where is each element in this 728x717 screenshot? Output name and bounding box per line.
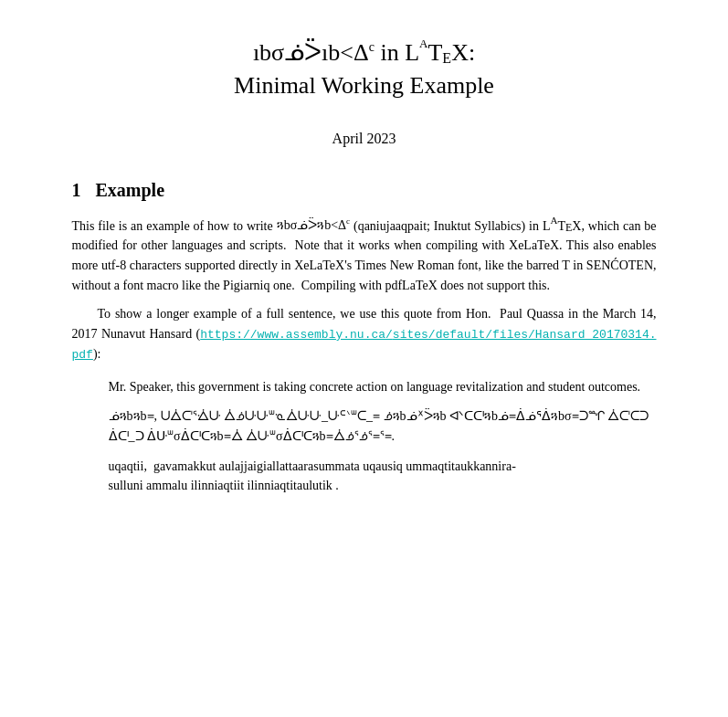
page: ıbσᓅᐵıb<Δc in LATEX: Minimal Working Exa…: [54, 0, 675, 717]
blockquote: Mr. Speaker, this government is taking c…: [109, 377, 657, 496]
title-main: Minimal Working Example: [72, 69, 657, 102]
section-heading: 1 Example: [72, 180, 657, 201]
date-block: April 2023: [72, 131, 657, 147]
hansard-link[interactable]: https://www.assembly.nu.ca/sites/default…: [72, 328, 657, 362]
blockquote-roman: uqaqtii, gavamakkut aulajjaigiallattaara…: [109, 457, 657, 496]
date-text: April 2023: [332, 131, 396, 146]
blockquote-english: Mr. Speaker, this government is taking c…: [109, 377, 657, 397]
blockquote-syllabics: ᓅጓbጓb᐀, ᑌᐄᑪᕐᐐᑘ ᐄᓅᑘᑘᐜᓋᐄᑘᑘ_ᑘᑦᐠᐜᑕ_᐀ ᓅጓbᓅᕁᐵጓ…: [109, 406, 657, 448]
paragraph-2: To show a longer example of a full sente…: [72, 304, 657, 364]
section-1: 1 Example This file is an example of how…: [72, 180, 657, 496]
title-syllabics-line: ıbσᓅᐵıb<Δc in LATEX:: [72, 37, 657, 69]
paragraph-1: This file is an example of how to write …: [72, 214, 657, 295]
title-block: ıbσᓅᐵıb<Δc in LATEX: Minimal Working Exa…: [72, 37, 657, 103]
section-number: 1: [72, 180, 81, 201]
section-title: Example: [96, 180, 165, 201]
